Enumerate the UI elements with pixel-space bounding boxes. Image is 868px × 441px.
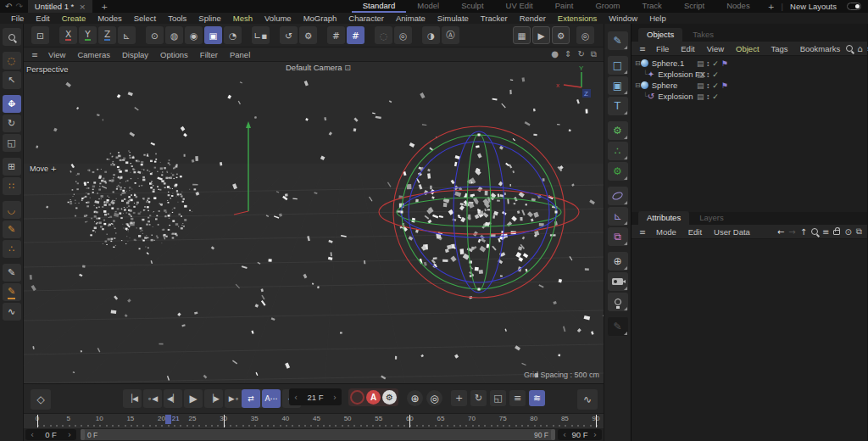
add-layout-icon[interactable]: +: [761, 2, 782, 11]
layout-tab-paint[interactable]: Paint: [544, 0, 585, 13]
layer-icon[interactable]: ▤: [697, 81, 704, 90]
visibility-dots-icon[interactable]: :: [707, 81, 710, 90]
visibility-dots-icon[interactable]: :: [707, 92, 710, 101]
menu-cameras[interactable]: Cameras: [71, 50, 116, 59]
menu-options[interactable]: Options: [154, 50, 194, 59]
close-tab-icon[interactable]: ×: [79, 2, 86, 11]
lock-icon[interactable]: [833, 226, 840, 237]
camera-label[interactable]: Default Camera ⊡: [286, 63, 351, 72]
menu-tools[interactable]: Tools: [162, 14, 192, 23]
new-layouts-button[interactable]: New Layouts: [783, 2, 843, 11]
menu-volume[interactable]: Volume: [259, 14, 298, 23]
menu-file[interactable]: File: [5, 14, 30, 23]
timeline-marker-90[interactable]: [596, 415, 597, 427]
fields-icon[interactable]: [608, 187, 628, 205]
current-frame-field[interactable]: ‹ 21 F ›: [289, 388, 342, 405]
frame-prev-icon[interactable]: ‹: [294, 393, 298, 402]
layout-tab-sculpt[interactable]: Sculpt: [450, 0, 494, 13]
autokey-toggle[interactable]: A: [366, 390, 381, 405]
layer-icon[interactable]: ▤: [697, 70, 704, 79]
menu-mograph[interactable]: MoGraph: [298, 14, 343, 23]
object-manager-hamburger-icon[interactable]: ≡: [635, 44, 650, 53]
menu-simulate[interactable]: Simulate: [431, 14, 475, 23]
enabled-check-icon[interactable]: ✓: [712, 70, 719, 79]
menu-help[interactable]: Help: [643, 14, 672, 23]
render-picture-viewer-button[interactable]: ▶: [532, 26, 550, 44]
menu-edit[interactable]: Edit: [682, 227, 708, 237]
keyframe-diamond-button[interactable]: ◇: [31, 389, 51, 410]
spline-sketch-tool[interactable]: ∿: [3, 303, 21, 321]
live-selection-tool[interactable]: ◌: [3, 52, 21, 70]
modeling-generators-icon[interactable]: ∴: [608, 142, 628, 160]
generators-icon[interactable]: ⚙: [608, 121, 628, 140]
menu-user-data[interactable]: User Data: [708, 227, 756, 237]
forces-icon[interactable]: ⊾: [608, 207, 628, 226]
enabled-check-icon[interactable]: ✓: [712, 59, 719, 68]
prev-key-button[interactable]: ∘◀: [143, 389, 162, 408]
expander-icon[interactable]: ⊟: [635, 59, 641, 67]
rotate-view-icon[interactable]: ↻: [577, 49, 584, 59]
range-end-prev-icon[interactable]: ‹: [563, 430, 566, 439]
environment-icon[interactable]: ⊕: [608, 252, 628, 271]
timeline-marker-60[interactable]: [409, 415, 410, 427]
move-tool[interactable]: [3, 95, 21, 113]
timeline-ruler[interactable]: 05101520253035404550556065707580859021: [24, 413, 604, 428]
enabled-check-icon[interactable]: ✓: [712, 81, 719, 90]
object-row-explosion[interactable]: └ ↺Explosion▤:✓: [632, 91, 867, 102]
tab-objects[interactable]: Objects: [638, 28, 682, 42]
snap-toggle-icon[interactable]: #: [347, 26, 364, 44]
kf-parameter-toggle[interactable]: ≡: [509, 390, 526, 406]
menu-select[interactable]: Select: [128, 14, 162, 23]
add-document-tab-icon[interactable]: +: [92, 2, 116, 11]
menu-tags[interactable]: Tags: [765, 44, 794, 53]
range-end-next-icon[interactable]: ›: [593, 430, 597, 439]
menu-display[interactable]: Display: [116, 50, 154, 59]
render-flag-icon[interactable]: ⚑: [721, 59, 728, 68]
menu-view[interactable]: View: [701, 44, 730, 53]
preview-range-bar[interactable]: 0 F 90 F: [81, 429, 555, 440]
layout-tab-nodes[interactable]: Nodes: [715, 0, 760, 13]
play-button[interactable]: ▶: [184, 389, 203, 408]
menu-file[interactable]: File: [650, 44, 675, 53]
cluster-tool[interactable]: ∴: [3, 240, 21, 258]
object-row-explosion-fx[interactable]: └ ✦Explosion FX▤:✓: [632, 69, 867, 80]
interactive-render-region-icon[interactable]: ◎: [576, 26, 594, 44]
simulation-brush-tool[interactable]: ◡: [3, 201, 21, 219]
enabled-check-icon[interactable]: ✓: [712, 92, 719, 101]
toggle-view-icon[interactable]: ⧉: [591, 49, 597, 59]
expander-icon[interactable]: ⊟: [635, 81, 641, 89]
undo-icon[interactable]: ↶: [5, 1, 12, 12]
reset-psr-icon[interactable]: ↺: [280, 26, 298, 44]
layout-tab-track[interactable]: Track: [631, 0, 672, 13]
render-settings-button[interactable]: ⚙: [552, 26, 570, 44]
render-view-button[interactable]: ▦: [513, 26, 531, 44]
layout-tab-standard[interactable]: Standard: [352, 0, 407, 13]
layout-tab-groom[interactable]: Groom: [584, 0, 631, 13]
menu-character[interactable]: Character: [342, 14, 390, 23]
menu-tracker[interactable]: Tracker: [475, 14, 514, 23]
tab-takes[interactable]: Takes: [684, 28, 722, 42]
timeline-marker-0[interactable]: [37, 415, 38, 427]
goto-start-button[interactable]: ▕◀: [123, 389, 142, 408]
range-start-field[interactable]: ‹ 0 F ›: [25, 429, 76, 440]
timeline-marker-30[interactable]: [224, 415, 225, 427]
axis-center-icon[interactable]: ⚙: [299, 26, 317, 44]
visibility-dots-icon[interactable]: :: [707, 59, 710, 68]
fcurve-button[interactable]: ∿: [577, 389, 598, 410]
current-frame-marker[interactable]: [165, 415, 171, 424]
menu-extensions[interactable]: Extensions: [552, 14, 603, 23]
menu-filter[interactable]: Filter: [194, 50, 224, 59]
viewport-hamburger-icon[interactable]: ≡: [27, 50, 42, 59]
menu-modes[interactable]: Modes: [92, 14, 128, 23]
pen-square-tool[interactable]: ✎: [3, 220, 21, 238]
locked-workplane-icon[interactable]: ◌: [375, 26, 392, 44]
render-flag-icon[interactable]: ⚑: [721, 81, 728, 90]
menu-mode[interactable]: Mode: [650, 227, 682, 237]
primitive-objects-icon[interactable]: ▣: [608, 76, 628, 95]
keyframe-settings-button[interactable]: ⚙: [382, 390, 397, 405]
visibility-dots-icon[interactable]: :: [707, 70, 710, 79]
scale-tool[interactable]: ◱: [3, 134, 21, 152]
prev-frame-button[interactable]: ◀▏: [164, 389, 182, 408]
range-start-prev-icon[interactable]: ‹: [31, 430, 34, 439]
motext-icon[interactable]: T: [608, 97, 628, 115]
